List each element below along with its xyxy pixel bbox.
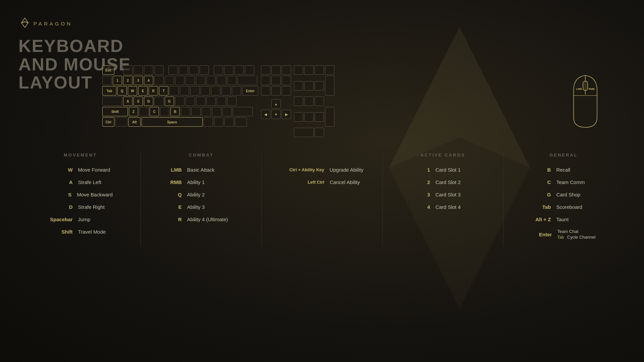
binding-basic-attack: LMB Basic Attack	[148, 167, 255, 173]
key-f1	[123, 65, 132, 75]
key-num8	[304, 81, 314, 90]
action-cycle-channel: Cycle Channel	[567, 235, 596, 240]
action-cancel-ability: Cancel Ability	[330, 179, 363, 185]
binding-cancel-ability: Left Ctrl Cancel Ability	[268, 179, 375, 185]
key-w: W	[128, 86, 137, 96]
key-0	[206, 76, 216, 85]
binding-card-slot-3: 3 Card Slot 3	[389, 192, 496, 197]
key-scroll	[271, 65, 281, 75]
key-esc: Esc	[102, 65, 114, 75]
key-num9	[315, 81, 324, 90]
key-ctrl-r	[235, 117, 247, 127]
active-cards-title: ACTIVE CARDS	[389, 153, 496, 158]
key-label-lmb: LMB	[165, 167, 182, 173]
key-l	[206, 97, 216, 106]
general-group: GENERAL B Recall C Team Comm G Card Shop…	[503, 153, 624, 246]
logo-area: PARAGON	[20, 17, 72, 30]
key-label-1: 1	[420, 167, 430, 173]
key-lbracket	[221, 86, 231, 96]
key-down: ▼	[271, 110, 281, 119]
key-1: 1	[113, 76, 122, 85]
key-equals	[227, 76, 236, 85]
key-label-rmb: RMB	[165, 179, 182, 185]
action-ability4: Ability 4 (Ultimate)	[187, 217, 237, 222]
key-f3	[144, 65, 153, 75]
action-jump: Jump	[78, 217, 112, 222]
key-numlock	[294, 65, 303, 75]
key-minus	[217, 76, 226, 85]
key-y	[169, 86, 179, 96]
key-q: Q	[117, 86, 127, 96]
key-label-left-ctrl: Left Ctrl	[281, 180, 324, 185]
key-f12	[245, 65, 254, 75]
key-4: 4	[144, 76, 153, 85]
team-chat-sub: Team Chat Tab Cycle Channel	[557, 229, 595, 240]
key-f4	[154, 65, 164, 75]
logo-text: PARAGON	[34, 21, 72, 26]
svg-rect-1	[583, 81, 588, 90]
binding-team-chat: Enter Team Chat Tab Cycle Channel	[510, 229, 617, 240]
active-cards-group: ACTIVE CARDS 1 Card Slot 1 2 Card Slot 2…	[383, 153, 503, 246]
key-label-d: D	[49, 204, 73, 210]
binding-move-backward: S Move Backward	[27, 192, 134, 197]
key-u	[180, 86, 189, 96]
bindings-section: MOVEMENT W Move Forward A Strafe Left S …	[20, 153, 624, 246]
binding-card-slot-1: 1 Card Slot 1	[389, 167, 496, 173]
key-label-ctrl-ability: Ctrl + Ability Key	[281, 167, 324, 172]
binding-card-slot-4: 4 Card Slot 4	[389, 204, 496, 210]
key-h	[175, 97, 184, 106]
key-5	[154, 76, 164, 85]
key-semicolon	[217, 97, 226, 106]
key-label-3: 3	[420, 192, 430, 197]
binding-travel-mode: Shift Travel Mode	[27, 229, 134, 235]
key-d: D	[144, 97, 153, 106]
key-delete	[261, 86, 270, 96]
keyboard-diagram: Esc	[102, 65, 334, 137]
key-s: S	[133, 97, 143, 106]
key-backtick	[102, 76, 112, 85]
action-taunt: Taunt	[556, 217, 596, 222]
binding-ability4: R Ability 4 (Ultimate)	[148, 217, 255, 222]
paragon-logo-icon	[20, 17, 30, 30]
action-move-forward: Move Forward	[78, 167, 112, 173]
binding-jump: Spacebar Jump	[27, 217, 134, 222]
key-comma	[202, 107, 211, 116]
binding-move-forward: W Move Forward	[27, 167, 134, 173]
key-f8	[200, 65, 209, 75]
key-pgdn	[282, 86, 291, 96]
key-slash	[222, 107, 232, 116]
binding-scoreboard: Tab Scoreboard	[510, 204, 617, 210]
action-card-slot-3: Card Slot 3	[435, 192, 466, 197]
key-numenter	[325, 107, 334, 127]
action-basic-attack: Basic Attack	[187, 167, 237, 173]
action-card-slot-4: Card Slot 4	[435, 204, 466, 210]
key-label-q: Q	[165, 192, 182, 197]
key-label-alt-z: Alt + Z	[531, 217, 551, 222]
key-b: B	[170, 107, 180, 116]
key-6	[165, 76, 174, 85]
key-enter: Enter	[242, 86, 258, 96]
key-v	[160, 107, 169, 116]
key-f10	[224, 65, 233, 75]
binding-strafe-right: D Strafe Right	[27, 204, 134, 210]
binding-ability3: E Ability 3	[148, 204, 255, 210]
key-space: Space	[142, 117, 203, 127]
combat-title: COMBAT	[148, 153, 255, 158]
action-card-shop: Card Shop	[556, 192, 596, 197]
movement-title: MOVEMENT	[27, 153, 134, 158]
key-label-s: S	[48, 192, 71, 197]
binding-ability2: Q Ability 2	[148, 192, 255, 197]
key-f7	[189, 65, 199, 75]
key-rbracket	[232, 86, 241, 96]
key-k	[196, 97, 205, 106]
key-print	[261, 65, 270, 75]
key-label-g: G	[531, 192, 551, 197]
action-scoreboard: Scoreboard	[556, 204, 596, 210]
action-team-comm: Team Comm	[556, 179, 596, 185]
key-win	[115, 117, 127, 127]
key-f11	[234, 65, 244, 75]
action-ability3: Ability 3	[187, 204, 237, 210]
key-label-b: B	[531, 167, 551, 173]
key-f9	[214, 65, 223, 75]
key-label-r: R	[165, 217, 182, 222]
